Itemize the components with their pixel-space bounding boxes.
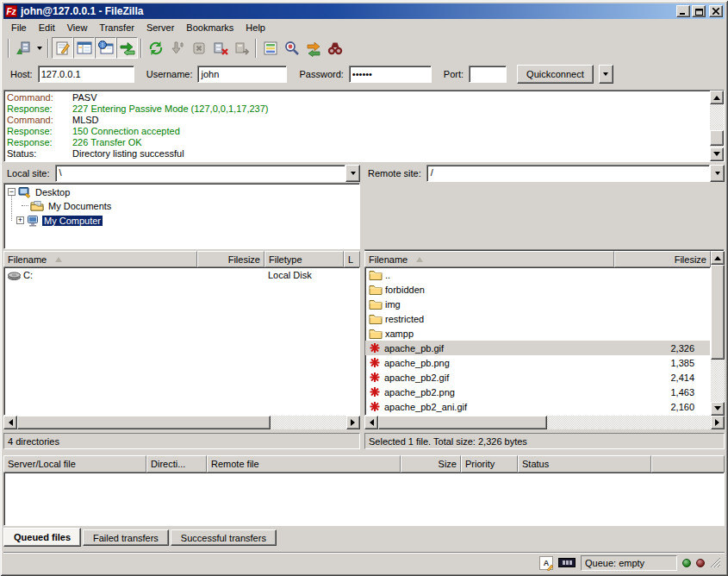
local-file-list[interactable]: C: Local Disk (3, 267, 360, 416)
scrollbar-thumb[interactable] (17, 416, 271, 429)
file-row-selected[interactable]: apache_pb.gif 2,326 (365, 341, 710, 355)
file-row[interactable]: restricted (365, 311, 710, 326)
scrollbar-thumb[interactable] (378, 416, 547, 429)
tree-item-my-computer[interactable]: + My Computer (4, 213, 359, 228)
message-log-icon (54, 40, 72, 57)
filter-button[interactable] (259, 37, 281, 59)
column-filename[interactable]: Filename (364, 251, 614, 267)
toggle-queue-button[interactable] (116, 37, 138, 59)
disconnect-button[interactable] (209, 37, 231, 59)
remote-site-combobox[interactable]: / (426, 165, 710, 182)
port-input[interactable] (469, 66, 507, 83)
tab-successful-transfers[interactable]: Successful transfers (171, 529, 277, 546)
scroll-up-button[interactable] (711, 251, 725, 265)
log-scrollbar[interactable] (710, 91, 724, 161)
scroll-right-button[interactable] (346, 416, 360, 429)
toggle-local-tree-button[interactable] (73, 37, 95, 59)
menu-transfer[interactable]: Transfer (93, 21, 140, 34)
tree-connector (22, 205, 28, 206)
toggle-remote-tree-button[interactable] (95, 37, 116, 59)
scroll-left-button[interactable] (3, 416, 17, 429)
activity-led-green (682, 559, 691, 567)
menu-bookmarks[interactable]: Bookmarks (180, 21, 240, 34)
column-server-local-file[interactable]: Server/Local file (3, 455, 146, 473)
file-row[interactable]: forbidden (365, 282, 710, 297)
host-input[interactable] (38, 66, 134, 83)
menu-help[interactable]: Help (240, 21, 271, 34)
username-input[interactable] (197, 66, 287, 83)
local-tree[interactable]: − Desktop My Documents + (3, 183, 360, 249)
synchronized-browsing-button[interactable] (302, 37, 324, 59)
tab-queued-files[interactable]: Queued files (3, 528, 81, 547)
tree-item-desktop[interactable]: − Desktop (4, 184, 359, 198)
scroll-down-button[interactable] (710, 147, 724, 161)
local-site-label: Local site: (3, 168, 50, 178)
menu-view[interactable]: View (61, 21, 94, 34)
local-status-bar: 4 directories (3, 433, 360, 449)
close-button[interactable] (709, 5, 723, 17)
quickconnect-dropdown[interactable] (599, 65, 613, 84)
file-row[interactable]: apache_pb2.png 1,463 (365, 385, 710, 399)
remote-horizontal-scrollbar[interactable] (364, 416, 725, 429)
local-site-combobox[interactable]: \ (55, 165, 345, 182)
file-row[interactable]: apache_pb2.gif 2,414 (365, 370, 710, 385)
column-label: Priority (465, 459, 495, 469)
local-site-dropdown[interactable] (345, 165, 360, 182)
column-priority[interactable]: Priority (461, 455, 518, 473)
documents-folder-icon (30, 200, 44, 211)
menu-edit[interactable]: Edit (33, 21, 61, 34)
quickconnect-button[interactable]: Quickconnect (517, 65, 594, 84)
tree-item-my-documents[interactable]: My Documents (4, 198, 359, 213)
refresh-button[interactable] (145, 37, 166, 59)
scroll-right-button[interactable] (711, 416, 725, 429)
scroll-up-button[interactable] (710, 91, 724, 104)
column-filesize[interactable]: Filesize (197, 251, 264, 267)
remote-vertical-scrollbar[interactable] (711, 251, 725, 416)
file-row-c-drive[interactable]: C: Local Disk (4, 267, 359, 282)
queue-list[interactable] (3, 473, 725, 526)
column-filename[interactable]: Filename (3, 251, 197, 267)
site-manager-dropdown[interactable] (34, 37, 45, 59)
column-last-modified[interactable]: L (344, 251, 360, 267)
remote-site-label: Remote site: (364, 168, 421, 178)
directory-comparison-button[interactable] (281, 37, 302, 59)
site-manager-button[interactable] (12, 37, 34, 59)
minimize-button[interactable] (676, 5, 690, 17)
tab-failed-transfers[interactable]: Failed transfers (83, 529, 169, 546)
file-row[interactable]: xampp (365, 326, 710, 341)
toggle-message-log-button[interactable] (52, 37, 73, 59)
local-site-header: Local site: \ (3, 164, 360, 182)
scroll-left-button[interactable] (364, 416, 378, 429)
log-label: Response: (7, 126, 72, 137)
file-row[interactable]: img (365, 297, 710, 311)
menu-server[interactable]: Server (140, 21, 180, 34)
local-list-header: Filename Filesize Filetype L (3, 251, 360, 267)
remote-file-list[interactable]: .. forbidden img restricted xampp apache… (364, 267, 711, 416)
column-remote-file[interactable]: Remote file (207, 455, 401, 473)
column-direction[interactable]: Directi... (146, 455, 207, 473)
folder-icon (369, 313, 383, 324)
titlebar[interactable]: Fz john@127.0.0.1 - FileZilla (3, 3, 725, 19)
file-row[interactable]: .. (365, 267, 710, 282)
file-name: xampp (385, 329, 414, 339)
menu-file[interactable]: File (5, 21, 33, 34)
scrollbar-thumb[interactable] (710, 130, 724, 146)
column-filetype[interactable]: Filetype (264, 251, 344, 267)
scrollbar-thumb[interactable] (711, 265, 725, 360)
file-row[interactable]: apache_pb.png 1,385 (365, 355, 710, 370)
expand-icon[interactable]: + (16, 216, 24, 224)
remote-site-dropdown[interactable] (710, 165, 725, 182)
resize-grip[interactable] (710, 557, 721, 568)
column-filesize[interactable]: Filesize (614, 251, 711, 267)
password-input[interactable] (349, 66, 432, 83)
maximize-button[interactable] (692, 5, 706, 17)
message-log: Command:PASV Response:227 Entering Passi… (3, 90, 725, 162)
chevron-down-icon (603, 72, 608, 78)
file-row[interactable]: apache_pb2_ani.gif 2,160 (365, 399, 710, 414)
column-status[interactable]: Status (518, 455, 651, 473)
scroll-down-button[interactable] (711, 402, 725, 416)
local-horizontal-scrollbar[interactable] (3, 416, 360, 429)
find-files-button[interactable] (324, 37, 345, 59)
quickconnect-bar: Host: Username: Password: Port: Quickcon… (3, 60, 725, 88)
column-size[interactable]: Size (401, 455, 461, 473)
